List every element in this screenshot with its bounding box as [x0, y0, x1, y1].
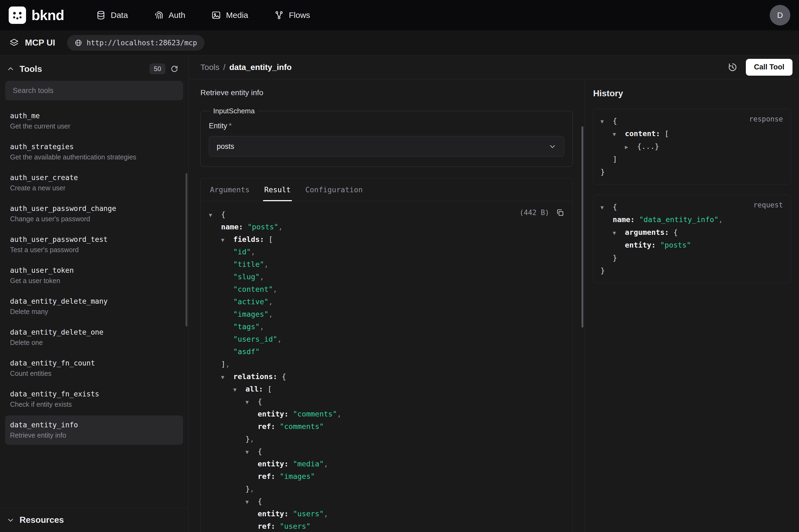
json-line: "users_id", [209, 333, 565, 345]
input-schema-fieldset: InputSchema Entity* posts [201, 107, 573, 167]
json-line: } [601, 166, 783, 178]
tab-arguments[interactable]: Arguments [209, 178, 251, 201]
search-tools-input[interactable] [5, 81, 183, 100]
tools-panel-header[interactable]: Tools 50 [0, 55, 188, 79]
json-line: "tags", [209, 321, 565, 333]
resources-panel-title: Resources [20, 515, 64, 525]
json-line: entity: "posts" [601, 239, 783, 251]
json-line: ▼content: [ [601, 127, 783, 140]
sidebar-scrollbar[interactable] [186, 173, 187, 326]
chevron-down-icon [548, 142, 556, 151]
history-card-list: response ▼{▼content: [▶{...}]} request ▼… [593, 109, 791, 283]
json-line: entity: "comments", [209, 408, 565, 420]
fingerprint-icon [154, 10, 164, 20]
json-line: }, [209, 433, 565, 445]
caret-down-icon[interactable]: ▼ [233, 383, 245, 396]
main-scrollbar[interactable] [582, 126, 583, 327]
mcp-url-pill[interactable]: http://localhost:28623/mcp [67, 35, 205, 51]
history-icon [727, 62, 738, 72]
history-card-type: response [749, 115, 783, 123]
tool-list-item[interactable]: auth_user_password_test Test a user's pa… [5, 230, 183, 259]
primary-nav: DataAuthMediaFlows [96, 10, 310, 20]
mcp-icon [9, 38, 19, 48]
tool-name: data_entity_fn_count [10, 359, 178, 367]
nav-item-data[interactable]: Data [96, 10, 128, 20]
caret-down-icon[interactable]: ▼ [245, 396, 258, 408]
caret-down-icon[interactable]: ▼ [209, 209, 221, 221]
nav-item-label: Flows [289, 11, 310, 20]
json-line: entity: "media", [209, 458, 565, 470]
tool-description: Get the current user [10, 122, 178, 130]
json-line: ▼arguments: { [601, 226, 783, 239]
call-tool-button[interactable]: Call Tool [746, 59, 793, 76]
tools-count-badge: 50 [149, 63, 166, 74]
tool-name: auth_strategies [10, 142, 178, 151]
caret-down-icon[interactable]: ▼ [601, 201, 613, 214]
copy-icon [556, 208, 565, 217]
json-line: "active", [209, 296, 565, 308]
nav-item-flows[interactable]: Flows [274, 10, 310, 20]
tool-name: auth_me [10, 112, 178, 120]
copy-button[interactable] [556, 208, 565, 217]
user-avatar[interactable]: D [770, 5, 790, 25]
chevron-down-icon[interactable] [6, 516, 15, 524]
json-line: ref: "images" [209, 470, 565, 483]
tool-description: Test a user's password [10, 246, 178, 254]
nav-item-label: Auth [169, 11, 186, 20]
tool-description: Retrieve entity info [201, 89, 573, 97]
resources-panel-header[interactable]: Resources [0, 508, 188, 532]
tool-list-item[interactable]: auth_me Get the current user [5, 106, 183, 136]
nav-item-media[interactable]: Media [211, 10, 248, 20]
tool-list-item[interactable]: data_entity_fn_exists Check if entity ex… [5, 384, 183, 414]
history-button[interactable] [727, 62, 738, 72]
page-title: data_entity_info [229, 63, 291, 72]
tool-list-item[interactable]: auth_user_create Create a new user [5, 168, 183, 197]
caret-down-icon[interactable]: ▼ [613, 227, 625, 240]
history-card[interactable]: response ▼{▼content: [▶{...}]} [593, 109, 791, 184]
tool-name: auth_user_token [10, 266, 178, 274]
history-card[interactable]: request ▼{name: "data_entity_info",▼argu… [593, 195, 791, 283]
mcp-bar: MCP UI http://localhost:28623/mcp [0, 31, 799, 55]
tool-list-item[interactable]: data_entity_delete_many Delete many [5, 292, 183, 321]
tool-list-item[interactable]: auth_user_token Get a user token [5, 261, 183, 290]
caret-down-icon[interactable]: ▼ [221, 371, 233, 383]
caret-down-icon[interactable]: ▼ [221, 234, 233, 246]
tool-name: auth_user_create [10, 173, 178, 182]
tool-list-item[interactable]: data_entity_delete_one Delete one [5, 323, 183, 352]
tools-sidebar: Tools 50 auth_me Get the current user au… [0, 55, 189, 532]
tool-description: Create a new user [10, 184, 178, 192]
workflow-icon [274, 10, 284, 20]
nav-item-auth[interactable]: Auth [154, 10, 186, 20]
tool-description: Change a user's password [10, 215, 178, 223]
result-meta: (442 B) [519, 208, 565, 217]
entity-select[interactable]: posts [209, 136, 565, 157]
app-layout: Tools 50 auth_me Get the current user au… [0, 55, 799, 532]
tool-name: data_entity_delete_many [10, 297, 178, 305]
brand[interactable]: bknd [9, 6, 64, 24]
tool-list-item[interactable]: auth_user_password_change Change a user'… [5, 199, 183, 228]
chevron-up-icon[interactable] [6, 65, 15, 73]
tool-description: Count entities [10, 369, 178, 377]
json-line: } [601, 251, 783, 264]
result-json-viewer: (442 B) ▼{name: "posts",▼fields: ["id","… [201, 201, 573, 532]
tab-configuration[interactable]: Configuration [304, 178, 364, 201]
top-navbar: bknd DataAuthMediaFlows D [0, 0, 799, 31]
tab-result[interactable]: Result [263, 178, 292, 201]
right-body: Retrieve entity info InputSchema Entity*… [189, 79, 799, 532]
breadcrumb-root[interactable]: Tools [201, 63, 220, 72]
tool-list-item[interactable]: auth_strategies Get the available authen… [5, 137, 183, 167]
tool-list-item[interactable]: data_entity_fn_count Count entities [5, 354, 183, 383]
history-card-json: ▼{▼content: [▶{...}]} [601, 114, 783, 178]
tool-list-item[interactable]: data_entity_info Retrieve entity info [5, 415, 183, 445]
refresh-icon[interactable] [170, 65, 178, 73]
json-line: ▼all: [ [209, 383, 565, 395]
tools-search [0, 79, 188, 104]
globe-icon [75, 39, 82, 46]
caret-right-icon[interactable]: ▶ [625, 141, 637, 153]
caret-down-icon[interactable]: ▼ [245, 446, 258, 458]
caret-down-icon[interactable]: ▼ [601, 115, 613, 128]
json-line: ] [601, 153, 783, 166]
caret-down-icon[interactable]: ▼ [245, 496, 258, 508]
caret-down-icon[interactable]: ▼ [613, 128, 625, 141]
result-size-label: (442 B) [519, 209, 549, 217]
